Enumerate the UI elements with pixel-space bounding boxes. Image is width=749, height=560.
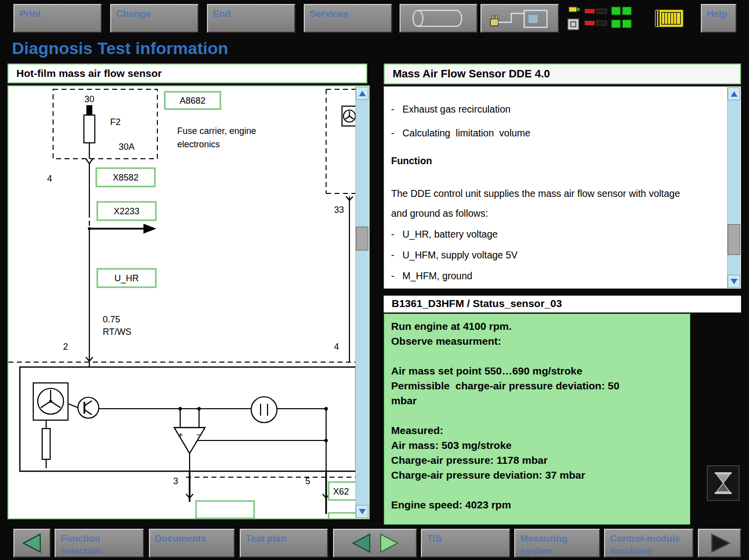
info-panel-title: Mass Air Flow Sensor DDE 4.0 xyxy=(385,64,740,83)
hourglass-indicator xyxy=(707,465,740,501)
diagram-panel-header: Hot-film mass air flow sensor xyxy=(7,63,367,83)
status-line xyxy=(391,483,683,498)
print-button-label: Print xyxy=(14,5,101,23)
documents-button[interactable]: Documents xyxy=(149,529,235,558)
fuse-carrier-caption-2: electronics xyxy=(177,139,220,149)
info-scroll-up-button[interactable] xyxy=(728,87,740,100)
info-scrollbar[interactable] xyxy=(727,87,740,288)
status-header: B1361_D3HFM / Status_sensor_03 xyxy=(384,296,741,312)
status-line: Permissible charge-air pressure deviatio… xyxy=(391,378,683,393)
fuse-rating-label: 30A xyxy=(119,142,135,152)
pin-4-right-label: 4 xyxy=(334,342,339,352)
main-wire xyxy=(86,143,93,398)
info-function-heading: Function xyxy=(391,155,722,166)
pin-connector-status-icon xyxy=(564,4,647,33)
forward-button[interactable] xyxy=(698,529,741,558)
x8582-link[interactable]: X8582 xyxy=(96,168,155,187)
status-header-title: B1361_D3HFM / Status_sensor_03 xyxy=(384,296,741,311)
help-button[interactable]: Help xyxy=(701,4,737,33)
tis-label: TIS xyxy=(422,530,509,548)
test-plan-button[interactable]: Test plan xyxy=(240,529,328,558)
fuse-carrier-caption-1: Fuse carrier, engine xyxy=(177,126,256,136)
fuse-box: 30 F2 30A xyxy=(53,89,157,159)
info-bullet-1: - Exhaust gas recirculation xyxy=(391,104,722,115)
exhaust-tester-button[interactable] xyxy=(400,4,477,33)
function-selection-label: Function selection xyxy=(56,530,143,560)
info-panel: - Exhaust gas recirculation - Calculatin… xyxy=(384,86,741,289)
pin-2-label: 2 xyxy=(63,342,68,352)
diagram-scroll-up-button[interactable] xyxy=(356,87,368,100)
info-scroll-down-button[interactable] xyxy=(728,275,740,288)
diagram-scrollbar[interactable] xyxy=(355,87,368,518)
info-bullet-2: - Calculating limitation volume xyxy=(391,127,722,138)
info-bullet-3: - U_HR, battery voltage xyxy=(391,229,722,240)
test-plan-label: Test plan xyxy=(241,530,327,548)
diagram-scroll-down-button[interactable] xyxy=(356,505,368,518)
help-button-label: Help xyxy=(702,5,736,23)
info-text: - Exhaust gas recirculation - Calculatin… xyxy=(384,87,727,288)
function-selection-button[interactable]: Function selection xyxy=(55,529,144,558)
x2233-link[interactable]: X2233 xyxy=(97,202,156,220)
back-arrow-icon xyxy=(17,531,47,555)
up-arrow-icon xyxy=(359,91,366,96)
x2233-label: X2233 xyxy=(114,206,139,216)
diagnostic-plug-icon xyxy=(482,5,557,31)
hourglass-icon xyxy=(711,469,736,497)
terminal-30-label: 30 xyxy=(84,94,94,104)
tis-button[interactable]: TIS xyxy=(421,529,510,558)
lower-connector-link-2[interactable] xyxy=(329,513,356,518)
end-button[interactable]: End xyxy=(207,4,295,33)
diagram-panel-title: Hot-film mass air flow sensor xyxy=(8,64,366,82)
a8682-label: A8682 xyxy=(180,96,205,106)
status-line: Run engine at 4100 rpm. xyxy=(391,319,683,334)
status-line: Air mass: 503 mg/stroke xyxy=(391,438,683,453)
down-arrow-icon xyxy=(731,279,738,284)
info-body-1: The DDE control unit supplies the mass a… xyxy=(391,188,722,199)
wiring-diagram-panel: 30 F2 30A A8682 Fuse carrier, engine ele… xyxy=(7,85,370,519)
status-line: Measured: xyxy=(391,423,683,438)
control-module-functions-label: Control-module functions xyxy=(605,530,692,560)
x62-label: X62 xyxy=(333,487,349,497)
wiring-diagram: 30 F2 30A A8682 Fuse carrier, engine ele… xyxy=(8,86,356,518)
status-line xyxy=(391,408,683,423)
u-hr-label: U_HR xyxy=(114,273,138,284)
page-nav-icons xyxy=(338,531,412,555)
info-scroll-thumb[interactable] xyxy=(728,224,740,255)
x62-link[interactable]: X62 xyxy=(329,482,356,500)
control-module-functions-button[interactable]: Control-module functions xyxy=(604,529,693,558)
change-button-label: Change xyxy=(111,5,198,23)
a8682-link[interactable]: A8682 xyxy=(165,92,220,109)
print-button[interactable]: Print xyxy=(13,4,102,33)
branch-arrow xyxy=(88,224,156,234)
status-line: Observe measurment: xyxy=(391,334,683,349)
measuring-system-button[interactable]: Measuring system xyxy=(514,529,600,558)
diagram-scroll-thumb[interactable] xyxy=(356,227,368,250)
pin-4-top-label: 4 xyxy=(47,174,52,184)
pin-5-label: 5 xyxy=(305,476,310,486)
info-body-2: and ground as follows: xyxy=(391,208,722,219)
x8582-label: X8582 xyxy=(113,173,138,183)
down-arrow-icon xyxy=(359,509,366,514)
status-line: Charge-air pressure: 1178 mbar xyxy=(391,453,683,468)
opamp-plus: + xyxy=(178,431,183,439)
change-button[interactable]: Change xyxy=(110,4,199,33)
egr-valve-box xyxy=(326,89,356,362)
info-bullet-4: - U_HFM, supply voltage 5V xyxy=(391,249,722,260)
u-hr-link[interactable]: U_HR xyxy=(97,269,156,287)
lower-connector-link[interactable] xyxy=(196,501,254,518)
sensor-component: + − xyxy=(20,367,356,472)
diagnostic-plug-button[interactable] xyxy=(480,4,559,33)
services-button[interactable]: Services xyxy=(304,4,392,33)
fuse-name-label: F2 xyxy=(110,117,121,127)
back-button[interactable] xyxy=(13,529,51,558)
up-arrow-icon xyxy=(731,91,738,97)
page-next-icon xyxy=(381,534,398,552)
info-bullet-5: - M_HFM, ground xyxy=(391,270,722,281)
page-previous-icon xyxy=(353,534,370,552)
multi-pin-connector-icon xyxy=(650,4,688,33)
exhaust-pipe-icon xyxy=(404,6,474,31)
status-line: mbar xyxy=(391,393,683,408)
pin-3-label: 3 xyxy=(173,476,178,486)
status-line: Air mass set point 550…690 mg/stroke xyxy=(391,364,683,378)
page-nav-button[interactable] xyxy=(333,529,417,558)
